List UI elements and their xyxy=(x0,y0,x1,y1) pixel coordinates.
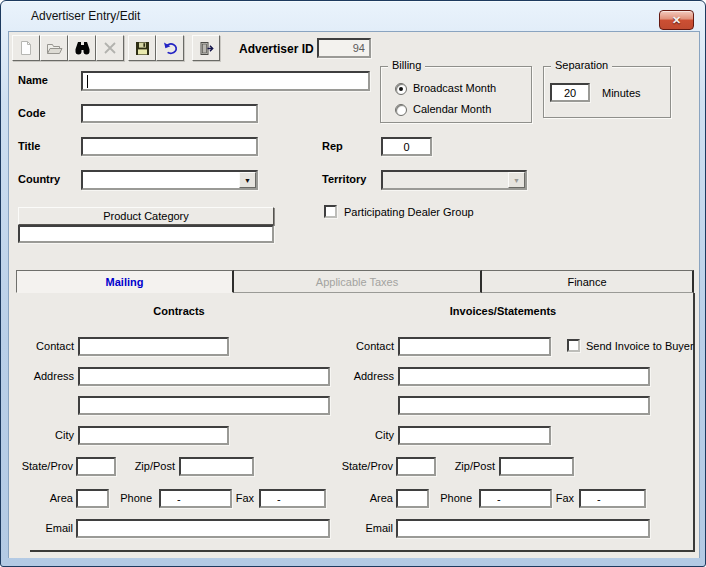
contact-label: Contact xyxy=(329,340,394,352)
tab-applicable-taxes[interactable]: Applicable Taxes xyxy=(234,270,482,293)
email-label: Email xyxy=(9,522,73,534)
phone-label: Phone xyxy=(424,492,472,504)
broadcast-month-radio[interactable] xyxy=(395,83,407,95)
contracts-section: Contracts Contact Address City State/Pro… xyxy=(9,293,349,555)
binoculars-icon xyxy=(74,41,91,56)
participating-dealer-label: Participating Dealer Group xyxy=(344,206,474,218)
save-button[interactable] xyxy=(128,35,156,61)
separation-unit-label: Minutes xyxy=(602,87,641,99)
product-category-button[interactable]: Product Category xyxy=(18,207,274,225)
fax-label: Fax xyxy=(532,492,574,504)
calendar-month-label: Calendar Month xyxy=(413,103,491,115)
zip-post-label: Zip/Post xyxy=(429,460,495,472)
chevron-down-icon: ▼ xyxy=(508,172,525,188)
dialog-client-area: Advertiser ID Name Code Title Rep Countr… xyxy=(8,31,700,558)
zip-post-label: Zip/Post xyxy=(109,460,175,472)
invoices-section: Invoices/Statements Contact Send Invoice… xyxy=(329,293,677,555)
city-label: City xyxy=(329,429,394,441)
undo-arrow-icon xyxy=(162,41,179,55)
phone-label: Phone xyxy=(104,492,152,504)
calendar-month-radio[interactable] xyxy=(395,104,407,116)
find-button[interactable] xyxy=(68,35,96,61)
delete-x-icon xyxy=(103,41,117,55)
contracts-zip-input[interactable] xyxy=(179,457,254,476)
broadcast-month-label: Broadcast Month xyxy=(413,82,496,94)
tab-finance[interactable]: Finance xyxy=(482,270,694,293)
state-prov-label: State/Prov xyxy=(9,460,73,472)
contracts-fax-input[interactable] xyxy=(259,489,326,508)
invoices-address1-input[interactable] xyxy=(398,367,650,386)
contracts-heading: Contracts xyxy=(9,305,349,317)
titlebar[interactable]: Advertiser Entry/Edit ✕ xyxy=(1,1,705,31)
territory-label: Territory xyxy=(322,173,366,185)
new-record-button[interactable] xyxy=(12,35,40,61)
tab-page-right-border xyxy=(693,293,695,552)
rep-input[interactable] xyxy=(381,137,432,156)
city-label: City xyxy=(9,429,74,441)
title-input[interactable] xyxy=(81,137,258,156)
undo-button[interactable] xyxy=(156,35,184,61)
address-label: Address xyxy=(329,370,394,382)
name-label: Name xyxy=(18,74,48,86)
fax-label: Fax xyxy=(212,492,254,504)
billing-group-title: Billing xyxy=(388,59,425,71)
close-icon: ✕ xyxy=(672,14,681,26)
window-title: Advertiser Entry/Edit xyxy=(31,9,140,23)
exit-door-icon xyxy=(198,41,215,56)
contracts-city-input[interactable] xyxy=(78,426,229,445)
separation-minutes-input[interactable] xyxy=(550,83,590,102)
name-input[interactable] xyxy=(81,71,370,91)
close-button[interactable]: ✕ xyxy=(659,10,694,30)
invoices-fax-input[interactable] xyxy=(579,489,646,508)
invoices-city-input[interactable] xyxy=(398,426,551,445)
territory-select[interactable]: ▼ xyxy=(381,170,527,190)
delete-button[interactable] xyxy=(96,35,124,61)
exit-button[interactable] xyxy=(192,35,220,61)
product-category-input[interactable] xyxy=(18,225,274,243)
title-label: Title xyxy=(18,140,40,152)
participating-dealer-checkbox[interactable] xyxy=(324,205,337,218)
tab-mailing[interactable]: Mailing xyxy=(16,270,234,293)
invoices-contact-input[interactable] xyxy=(398,337,551,356)
area-label: Area xyxy=(9,492,73,504)
open-record-button[interactable] xyxy=(40,35,68,61)
code-label: Code xyxy=(18,107,46,119)
text-caret xyxy=(87,75,88,88)
separation-group-title: Separation xyxy=(551,59,612,71)
chevron-down-icon[interactable]: ▼ xyxy=(239,172,256,188)
new-document-icon xyxy=(18,40,34,56)
contracts-address2-input[interactable] xyxy=(78,396,330,415)
invoices-zip-input[interactable] xyxy=(499,457,574,476)
open-folder-icon xyxy=(46,41,63,56)
advertiser-id-field[interactable] xyxy=(317,38,371,58)
country-select[interactable]: ▼ xyxy=(81,170,258,190)
address-label: Address xyxy=(9,370,74,382)
advertiser-entry-window: Advertiser Entry/Edit ✕ xyxy=(0,0,706,567)
invoices-address2-input[interactable] xyxy=(398,396,650,415)
code-input[interactable] xyxy=(81,104,258,123)
state-prov-label: State/Prov xyxy=(329,460,393,472)
contracts-address1-input[interactable] xyxy=(78,367,330,386)
billing-group: Billing Broadcast Month Calendar Month xyxy=(380,66,532,123)
country-label: Country xyxy=(18,173,60,185)
advertiser-id-label: Advertiser ID xyxy=(239,42,314,56)
contact-label: Contact xyxy=(9,340,74,352)
invoices-heading: Invoices/Statements xyxy=(329,305,677,317)
invoices-email-input[interactable] xyxy=(396,519,650,538)
separation-group: Separation Minutes xyxy=(543,66,671,118)
contracts-contact-input[interactable] xyxy=(78,337,229,356)
send-invoice-checkbox[interactable] xyxy=(567,339,580,352)
email-label: Email xyxy=(329,522,393,534)
rep-label: Rep xyxy=(322,140,343,152)
area-label: Area xyxy=(329,492,393,504)
send-invoice-label: Send Invoice to Buyer xyxy=(586,340,694,352)
floppy-disk-icon xyxy=(135,41,150,56)
contracts-email-input[interactable] xyxy=(76,519,330,538)
